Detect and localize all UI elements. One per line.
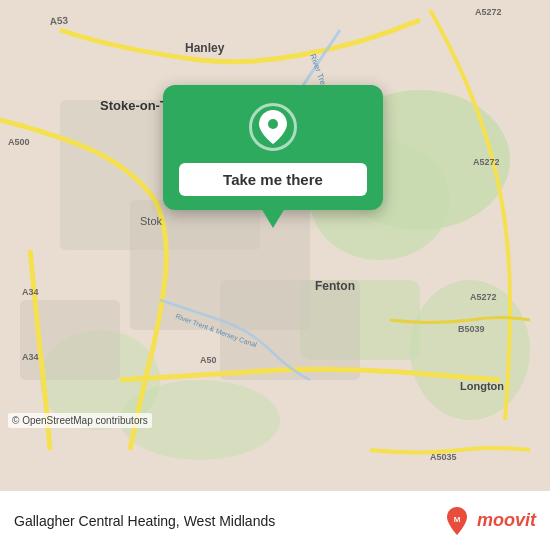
svg-text:A34: A34 (22, 287, 39, 297)
svg-text:A50: A50 (200, 355, 217, 365)
svg-text:A34: A34 (22, 352, 39, 362)
svg-text:A53: A53 (49, 14, 69, 27)
moovit-wordmark: moovit (477, 510, 536, 531)
location-label: Gallagher Central Heating, West Midlands (14, 513, 275, 529)
svg-text:M: M (454, 515, 461, 524)
bottom-bar: Gallagher Central Heating, West Midlands… (0, 490, 550, 550)
svg-text:B5039: B5039 (458, 324, 485, 334)
location-pin-icon (259, 110, 287, 144)
location-icon-wrapper (249, 103, 297, 151)
moovit-logo: M moovit (441, 505, 536, 537)
svg-text:Stok: Stok (140, 215, 163, 227)
svg-text:A5035: A5035 (430, 452, 457, 462)
map-attribution: © OpenStreetMap contributors (8, 413, 152, 428)
svg-text:Longton: Longton (460, 380, 504, 392)
svg-text:Fenton: Fenton (315, 279, 355, 293)
svg-text:Hanley: Hanley (185, 41, 225, 55)
svg-text:A500: A500 (8, 137, 30, 147)
moovit-icon: M (441, 505, 473, 537)
map-container: A53 A500 A34 A34 A50 A5272 A5272 A5272 B… (0, 0, 550, 490)
popup-card: Take me there (163, 85, 383, 210)
take-me-there-button[interactable]: Take me there (179, 163, 367, 196)
svg-text:A5272: A5272 (473, 157, 500, 167)
svg-point-28 (268, 119, 278, 129)
svg-text:A5272: A5272 (470, 292, 497, 302)
svg-text:A5272: A5272 (475, 7, 502, 17)
